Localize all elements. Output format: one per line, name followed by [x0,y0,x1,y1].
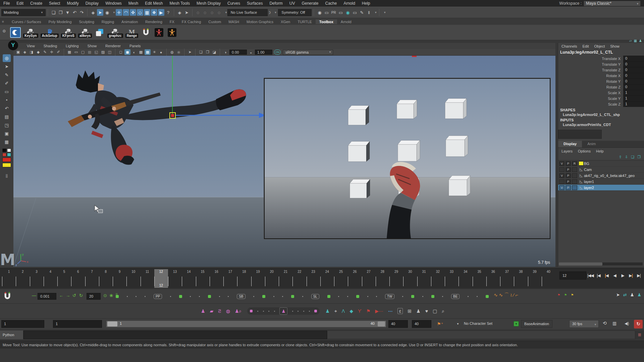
save-scene-icon[interactable]: ▼ [64,9,71,16]
render-icon[interactable]: ◉ [316,9,323,16]
heart-icon[interactable]: ♥ [425,308,428,314]
character-run-icon[interactable]: ♟ [637,292,641,297]
select-hierarchy-icon[interactable]: ◈ [90,9,96,16]
layer-row-ak47-rig-v0-4-beta-ak47-geo[interactable]: VP◺ak47_rig_v0_4_beta:ak47_geo [558,173,644,179]
visibility-toggle[interactable]: V [559,185,565,190]
fps-dropdown[interactable]: 30 fps▼ [569,320,599,328]
paint-effects-icon[interactable]: ✎ [359,9,365,16]
menu-mesh-tools[interactable]: Mesh Tools [166,1,193,6]
layer-editor-menu-layers[interactable]: Layers [561,149,573,153]
wireframe-icon[interactable]: ◻ [118,49,124,55]
eraser-tool[interactable]: ▭ [3,88,11,96]
frame-28[interactable]: 28 [376,269,389,288]
frame-11[interactable]: 11 [141,269,154,288]
textured-icon[interactable]: ▩ [138,49,144,55]
pivot-icon[interactable]: ⌖ [334,308,337,314]
character-set-selector[interactable]: No Character Set [464,321,492,325]
frame-35[interactable]: 35 [473,269,486,288]
red-flag-icon[interactable]: ⚑ [557,293,560,297]
bookmark-sl[interactable]: SL [311,294,319,299]
layer-row-layer1[interactable]: P◺layer1 [558,179,644,185]
reference-toggle[interactable] [572,179,577,184]
frame-5[interactable]: 5 [57,269,71,288]
frame-23[interactable]: 23 [307,269,320,288]
lock-camera-icon[interactable]: ◈ [22,49,28,55]
select-tool[interactable]: ➤ [3,63,11,70]
outliner-toggle-icon[interactable]: ⣿ [3,172,11,180]
layer-swatch[interactable] [579,161,584,166]
visibility-toggle[interactable]: V [559,173,565,178]
channel-value[interactable]: 0 [623,61,644,67]
frame-12[interactable]: 1212 [154,269,168,288]
frame-32[interactable]: 32 [431,269,445,288]
s-curve-icon[interactable]: Ƨ [218,308,221,314]
shelf-tab-arnold[interactable]: Arnold [337,19,355,24]
playback-end-field[interactable]: 40 [388,320,408,328]
paint-select-tool[interactable]: ✐ [3,79,11,87]
shelf-item-robot-orange[interactable] [167,27,177,38]
isolate-select-icon[interactable]: ➤ [187,49,193,55]
frame-14[interactable]: 14 [182,269,196,288]
shelf-tab-rigging[interactable]: Rigging [98,19,118,24]
wireframe-on-shaded-icon[interactable]: ▦ [145,49,151,55]
shelf-tab-curves-surfaces[interactable]: Curves / Surfaces [8,19,45,24]
frame-40[interactable]: 40 [542,269,555,288]
chevron-down-icon[interactable]: ▼ [383,11,386,14]
shelf-item-graphzc[interactable]: graphzc [107,27,123,38]
frame-16[interactable]: 16 [210,269,223,288]
undo-icon[interactable]: ↶ [3,105,11,112]
lasso-tool[interactable]: ✎ [3,71,11,79]
bookmark-icon[interactable]: ◆ [35,49,41,55]
scrollbar-thumb[interactable] [559,262,602,265]
render-settings-icon[interactable]: ▭ [337,9,344,16]
camera-pip-view[interactable] [264,78,550,239]
frame-36[interactable]: 36 [486,269,500,288]
make-live-icon[interactable]: ▶ [158,9,164,16]
menu-surfaces[interactable]: Surfaces [244,1,266,6]
reference-toggle[interactable] [572,185,577,190]
horizontal-scrollbar[interactable] [559,262,643,265]
construction-history-icon[interactable]: ◌ [209,9,215,16]
tv-icon[interactable]: ◫ [107,49,113,55]
layer-swatch[interactable]: ◺ [579,167,584,172]
playback-start-field[interactable]: 1 [53,320,102,328]
menu-cache[interactable]: Cache [322,1,340,6]
playback-toggle[interactable]: P [566,185,571,190]
region-icon[interactable]: ◱ [93,49,99,55]
go-to-start-button[interactable]: |◀◀ [587,271,594,280]
motion-blur-icon[interactable]: ◉ [176,49,182,55]
playback-toggle[interactable]: P [566,173,571,178]
shelf-item-allkeys[interactable]: allkeys [78,27,92,38]
color-teal[interactable] [7,153,11,157]
rig-character-icon[interactable]: ♟ [325,308,330,314]
viewport-menu-panels[interactable]: Panels [125,44,145,48]
color-white[interactable] [7,148,11,152]
step-forward-key-button[interactable]: ▶| [627,271,635,280]
frame-2[interactable]: 2 [16,269,30,288]
gear-icon[interactable]: ⚙ [2,29,6,34]
epsilon-icon[interactable]: ε [397,308,403,314]
menu-generate[interactable]: Generate [298,1,322,6]
menu-select[interactable]: Select [46,1,63,6]
clipboard-icon[interactable]: ▦ [3,138,11,146]
shelf-tab-rendering[interactable]: Rendering [142,19,166,24]
frame-10[interactable]: 10 [126,269,140,288]
frame-6[interactable]: 6 [71,269,85,288]
bookmark-tw[interactable]: TW [385,294,394,299]
menu-display[interactable]: Display [82,1,102,6]
anim-layer-field[interactable]: BaseAnimation [521,320,552,328]
character-button[interactable]: ♟ [279,307,287,315]
box-icon[interactable]: ▢ [433,308,437,314]
bookmark-sb[interactable]: SB [237,294,245,299]
menu-uv[interactable]: UV [286,1,299,6]
ambient-occlusion-icon[interactable]: ◍ [169,49,175,55]
camera-attributes-icon[interactable]: ◨ [29,49,35,55]
viewport-menu-lighting[interactable]: Lighting [62,44,83,48]
persp-icon[interactable]: ▱ [629,39,632,43]
shelf-tab-sculpting[interactable]: Sculpting [75,19,98,24]
shelf-tab-fx-caching[interactable]: FX Caching [178,19,205,24]
menu-file[interactable]: File [0,1,13,6]
set-key-cursor-icon[interactable]: ➤ [616,292,620,297]
channel-box-menu-object[interactable]: Object [594,44,605,48]
play-forwards-button[interactable]: ▶ [619,271,627,280]
